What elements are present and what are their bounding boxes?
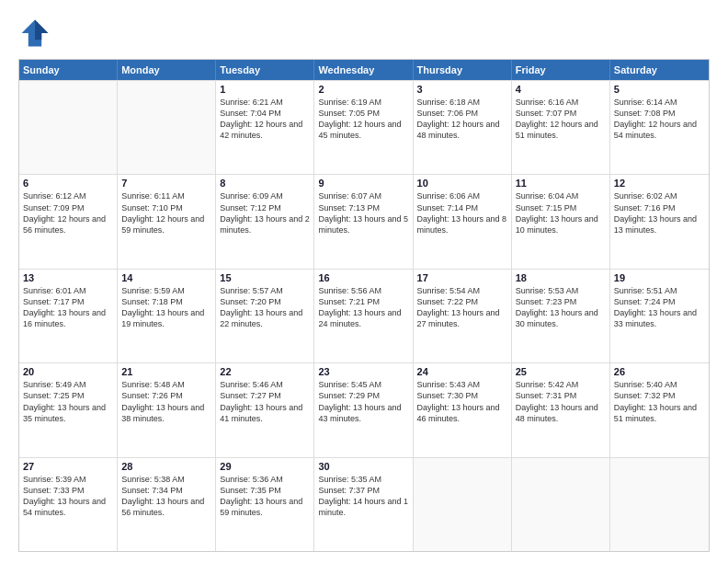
cell-info: Sunrise: 5:57 AM Sunset: 7:20 PM Dayligh… [220, 285, 310, 330]
logo-icon [18, 17, 51, 50]
day-number: 2 [318, 84, 408, 95]
day-header-wednesday: Wednesday [314, 60, 413, 80]
day-number: 11 [516, 178, 606, 189]
calendar-cell: 10Sunrise: 6:06 AM Sunset: 7:14 PM Dayli… [414, 175, 512, 268]
cell-info: Sunrise: 5:39 AM Sunset: 7:33 PM Dayligh… [23, 474, 113, 519]
day-number: 10 [417, 178, 507, 189]
cell-info: Sunrise: 5:35 AM Sunset: 7:37 PM Dayligh… [318, 474, 408, 519]
cell-info: Sunrise: 5:42 AM Sunset: 7:31 PM Dayligh… [516, 379, 606, 424]
day-number: 14 [121, 272, 211, 283]
calendar-row-2: 13Sunrise: 6:01 AM Sunset: 7:17 PM Dayli… [19, 269, 709, 362]
cell-info: Sunrise: 5:54 AM Sunset: 7:22 PM Dayligh… [417, 285, 507, 330]
day-number: 9 [318, 178, 408, 189]
cell-info: Sunrise: 5:46 AM Sunset: 7:27 PM Dayligh… [220, 379, 310, 424]
calendar-cell: 27Sunrise: 5:39 AM Sunset: 7:33 PM Dayli… [19, 458, 118, 551]
calendar-cell [118, 81, 216, 174]
calendar-cell: 15Sunrise: 5:57 AM Sunset: 7:20 PM Dayli… [216, 270, 314, 362]
calendar-cell: 24Sunrise: 5:43 AM Sunset: 7:30 PM Dayli… [414, 363, 512, 456]
cell-info: Sunrise: 5:56 AM Sunset: 7:21 PM Dayligh… [318, 285, 408, 330]
cell-info: Sunrise: 6:01 AM Sunset: 7:17 PM Dayligh… [23, 285, 113, 330]
cell-info: Sunrise: 5:40 AM Sunset: 7:32 PM Dayligh… [614, 379, 705, 424]
calendar-cell: 30Sunrise: 5:35 AM Sunset: 7:37 PM Dayli… [314, 458, 413, 551]
day-number: 7 [121, 178, 211, 189]
cell-info: Sunrise: 5:43 AM Sunset: 7:30 PM Dayligh… [417, 379, 507, 424]
calendar-body: 1Sunrise: 6:21 AM Sunset: 7:04 PM Daylig… [19, 80, 709, 551]
day-header-thursday: Thursday [414, 60, 512, 80]
cell-info: Sunrise: 5:59 AM Sunset: 7:18 PM Dayligh… [121, 285, 211, 330]
day-number: 25 [516, 366, 606, 377]
day-number: 22 [220, 366, 310, 377]
day-header-friday: Friday [512, 60, 610, 80]
cell-info: Sunrise: 5:48 AM Sunset: 7:26 PM Dayligh… [121, 379, 211, 424]
calendar-cell: 25Sunrise: 5:42 AM Sunset: 7:31 PM Dayli… [512, 363, 610, 456]
day-header-tuesday: Tuesday [216, 60, 314, 80]
day-header-saturday: Saturday [610, 60, 709, 80]
cell-info: Sunrise: 6:16 AM Sunset: 7:07 PM Dayligh… [516, 97, 606, 142]
cell-info: Sunrise: 6:19 AM Sunset: 7:05 PM Dayligh… [318, 97, 408, 142]
calendar-cell: 6Sunrise: 6:12 AM Sunset: 7:09 PM Daylig… [19, 175, 118, 268]
calendar-cell: 14Sunrise: 5:59 AM Sunset: 7:18 PM Dayli… [118, 270, 216, 362]
day-number: 18 [516, 272, 606, 283]
day-number: 21 [121, 366, 211, 377]
calendar-cell: 11Sunrise: 6:04 AM Sunset: 7:15 PM Dayli… [512, 175, 610, 268]
calendar-cell [414, 458, 512, 551]
calendar-cell: 18Sunrise: 5:53 AM Sunset: 7:23 PM Dayli… [512, 270, 610, 362]
calendar-cell: 29Sunrise: 5:36 AM Sunset: 7:35 PM Dayli… [216, 458, 314, 551]
calendar-cell: 19Sunrise: 5:51 AM Sunset: 7:24 PM Dayli… [610, 270, 709, 362]
calendar: SundayMondayTuesdayWednesdayThursdayFrid… [18, 59, 710, 552]
cell-info: Sunrise: 6:02 AM Sunset: 7:16 PM Dayligh… [614, 190, 705, 236]
calendar-cell: 21Sunrise: 5:48 AM Sunset: 7:26 PM Dayli… [118, 363, 216, 456]
calendar-cell: 3Sunrise: 6:18 AM Sunset: 7:06 PM Daylig… [414, 81, 512, 174]
logo [18, 17, 57, 50]
day-header-monday: Monday [118, 60, 216, 80]
calendar-cell: 5Sunrise: 6:14 AM Sunset: 7:08 PM Daylig… [610, 81, 709, 174]
svg-marker-1 [35, 20, 48, 40]
cell-info: Sunrise: 6:12 AM Sunset: 7:09 PM Dayligh… [23, 190, 113, 236]
calendar-cell [512, 458, 610, 551]
day-number: 15 [220, 272, 310, 283]
calendar-cell: 17Sunrise: 5:54 AM Sunset: 7:22 PM Dayli… [414, 270, 512, 362]
day-number: 30 [318, 461, 408, 472]
cell-info: Sunrise: 6:11 AM Sunset: 7:10 PM Dayligh… [121, 190, 211, 236]
day-number: 4 [516, 84, 606, 95]
day-number: 24 [417, 366, 507, 377]
day-number: 6 [23, 178, 113, 189]
cell-info: Sunrise: 6:04 AM Sunset: 7:15 PM Dayligh… [516, 190, 606, 236]
cell-info: Sunrise: 6:14 AM Sunset: 7:08 PM Dayligh… [614, 97, 705, 142]
calendar-cell: 26Sunrise: 5:40 AM Sunset: 7:32 PM Dayli… [610, 363, 709, 456]
calendar-row-0: 1Sunrise: 6:21 AM Sunset: 7:04 PM Daylig… [19, 80, 709, 174]
calendar-cell: 8Sunrise: 6:09 AM Sunset: 7:12 PM Daylig… [216, 175, 314, 268]
cell-info: Sunrise: 6:21 AM Sunset: 7:04 PM Dayligh… [220, 97, 310, 142]
calendar-cell: 28Sunrise: 5:38 AM Sunset: 7:34 PM Dayli… [118, 458, 216, 551]
calendar-cell: 2Sunrise: 6:19 AM Sunset: 7:05 PM Daylig… [314, 81, 413, 174]
calendar-cell: 4Sunrise: 6:16 AM Sunset: 7:07 PM Daylig… [512, 81, 610, 174]
day-number: 1 [220, 84, 310, 95]
calendar-cell: 20Sunrise: 5:49 AM Sunset: 7:25 PM Dayli… [19, 363, 118, 456]
page: SundayMondayTuesdayWednesdayThursdayFrid… [0, 0, 728, 563]
calendar-cell: 1Sunrise: 6:21 AM Sunset: 7:04 PM Daylig… [216, 81, 314, 174]
calendar-cell: 12Sunrise: 6:02 AM Sunset: 7:16 PM Dayli… [610, 175, 709, 268]
day-number: 8 [220, 178, 310, 189]
cell-info: Sunrise: 6:06 AM Sunset: 7:14 PM Dayligh… [417, 190, 507, 236]
cell-info: Sunrise: 5:53 AM Sunset: 7:23 PM Dayligh… [516, 285, 606, 330]
day-number: 23 [318, 366, 408, 377]
calendar-row-3: 20Sunrise: 5:49 AM Sunset: 7:25 PM Dayli… [19, 362, 709, 456]
cell-info: Sunrise: 5:49 AM Sunset: 7:25 PM Dayligh… [23, 379, 113, 424]
calendar-cell [19, 81, 118, 174]
cell-info: Sunrise: 6:18 AM Sunset: 7:06 PM Dayligh… [417, 97, 507, 142]
calendar-cell: 23Sunrise: 5:45 AM Sunset: 7:29 PM Dayli… [314, 363, 413, 456]
calendar-cell: 22Sunrise: 5:46 AM Sunset: 7:27 PM Dayli… [216, 363, 314, 456]
cell-info: Sunrise: 5:51 AM Sunset: 7:24 PM Dayligh… [614, 285, 705, 330]
header [18, 17, 710, 50]
day-number: 19 [614, 272, 705, 283]
day-number: 16 [318, 272, 408, 283]
calendar-cell [610, 458, 709, 551]
calendar-row-4: 27Sunrise: 5:39 AM Sunset: 7:33 PM Dayli… [19, 457, 709, 551]
calendar-cell: 16Sunrise: 5:56 AM Sunset: 7:21 PM Dayli… [314, 270, 413, 362]
day-number: 5 [614, 84, 705, 95]
day-number: 13 [23, 272, 113, 283]
day-number: 29 [220, 461, 310, 472]
day-number: 28 [121, 461, 211, 472]
cell-info: Sunrise: 6:07 AM Sunset: 7:13 PM Dayligh… [318, 190, 408, 236]
day-number: 20 [23, 366, 113, 377]
